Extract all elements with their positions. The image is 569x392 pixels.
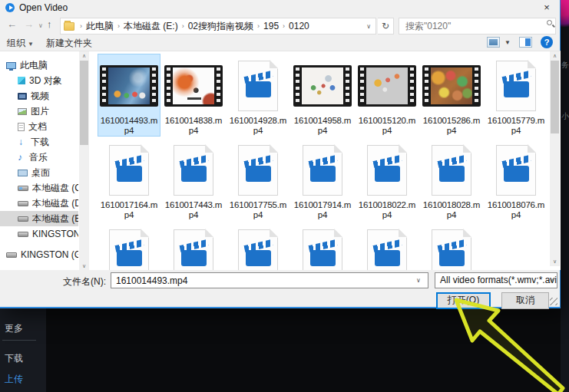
scroll-down-icon[interactable]: ∨ <box>79 262 89 270</box>
background-logo-fragment <box>561 0 569 29</box>
file-name: 1610014838.mp4 <box>163 116 224 136</box>
file-tile[interactable]: 1610017164.mp4 <box>98 139 160 220</box>
file-tile[interactable] <box>98 223 160 270</box>
sidebar-item-videos[interactable]: 视频 <box>0 88 78 104</box>
file-tile[interactable]: 1610014838.mp4 <box>163 54 224 136</box>
file-tile[interactable] <box>356 223 418 270</box>
file-tile[interactable] <box>421 223 482 270</box>
file-tile[interactable]: 1610017443.mp4 <box>163 139 224 220</box>
resize-grip[interactable] <box>550 298 557 305</box>
filename-dropdown-icon[interactable]: ∨ <box>416 277 421 284</box>
file-name: 1610017443.mp4 <box>163 200 224 220</box>
file-tile[interactable] <box>227 223 289 270</box>
help-icon[interactable]: ? <box>541 36 553 48</box>
file-row: 1610014493.mp4 1610014838.mp4 1610014928… <box>97 54 550 136</box>
video-file-icon <box>98 140 160 200</box>
view-options-chevron-icon[interactable]: ▼ <box>504 39 511 46</box>
preview-pane-icon[interactable] <box>519 37 532 48</box>
sidebar-item-local-disk-e[interactable]: 本地磁盘 (E:) <box>0 211 78 226</box>
organize-button[interactable]: 组织▼ <box>7 37 34 50</box>
cancel-button[interactable]: 取消 <box>501 292 549 309</box>
breadcrumb-drive-e[interactable]: 本地磁盘 (E:) <box>121 20 180 33</box>
address-dropdown-icon[interactable]: ∨ <box>366 23 375 30</box>
command-bar: 组织▼ 新建文件夹 ▼ ? <box>0 36 560 50</box>
file-tile[interactable]: 1610014958.mp4 <box>292 54 353 136</box>
file-tile[interactable]: 1610018028.mp4 <box>421 139 482 220</box>
back-icon[interactable]: ← <box>7 18 17 30</box>
drive-icon <box>18 186 28 191</box>
video-thumbnail <box>421 56 482 116</box>
sidebar-scrollbar[interactable]: ∧ ∨ <box>79 51 89 270</box>
filetype-select[interactable]: All video formats(*.wmv;*.avi∨ <box>435 272 557 288</box>
search-input[interactable]: 搜索"0120" <box>399 18 556 35</box>
video-file-icon <box>163 140 224 200</box>
sidebar-item-local-disk-c[interactable]: 本地磁盘 (C:) <box>0 180 78 196</box>
sidebar-item-downloads[interactable]: 下载 <box>0 134 78 150</box>
breadcrumb[interactable]: › 此电脑 › 本地磁盘 (E:) › 02搜狗指南视频 › 195 › 012… <box>60 18 376 35</box>
chevron-down-icon: ▼ <box>28 41 34 48</box>
clipped-text-fragment: 务 <box>561 60 569 71</box>
video-thumbnail <box>356 56 418 116</box>
file-tile[interactable]: 1610018022.mp4 <box>356 139 418 220</box>
sidebar-item-documents[interactable]: 文档 <box>0 119 78 134</box>
divider <box>2 340 36 341</box>
file-list-scrollbar[interactable]: ∧ ∨ <box>550 51 560 266</box>
file-tile[interactable]: 1610017755.mp4 <box>227 139 289 220</box>
sidebar-item-kingston-g-2[interactable]: KINGSTON (G:) <box>0 247 78 262</box>
sidebar-item-network[interactable]: 网络 <box>0 268 78 270</box>
file-tile[interactable] <box>292 223 353 270</box>
scrollbar-thumb[interactable] <box>551 61 559 133</box>
scrollbar-thumb[interactable] <box>80 61 88 145</box>
file-row: 1610017164.mp4 1610017443.mp4 1610017755… <box>97 139 550 220</box>
bg-menu-download[interactable]: 下载 <box>5 352 23 365</box>
picture-icon <box>18 108 27 115</box>
breadcrumb-separator: › <box>116 22 121 30</box>
scroll-up-icon[interactable]: ∧ <box>79 51 89 61</box>
video-thumbnail <box>292 56 353 116</box>
scroll-up-icon[interactable]: ∧ <box>550 51 560 61</box>
video-file-icon <box>421 225 482 270</box>
window-title: Open Video <box>19 2 68 13</box>
sidebar-item-this-pc[interactable]: 此电脑 <box>0 58 78 73</box>
breadcrumb-folder[interactable]: 02搜狗指南视频 <box>186 20 256 33</box>
title-bar[interactable]: Open Video × <box>0 0 560 15</box>
history-chevron-icon[interactable]: ∨ <box>38 22 43 29</box>
file-tile[interactable] <box>163 223 224 270</box>
new-folder-button[interactable]: 新建文件夹 <box>46 37 92 50</box>
video-file-icon <box>98 225 160 270</box>
file-tile-selected[interactable]: 1610014493.mp4 <box>98 54 160 136</box>
breadcrumb-separator: › <box>180 22 186 30</box>
filename-input[interactable] <box>111 272 428 288</box>
dialog-content: 此电脑 3D 对象 视频 图片 文档 下载 音乐 桌面 本地磁盘 (C:) 本地… <box>0 51 561 270</box>
sidebar-item-desktop[interactable]: 桌面 <box>0 165 78 180</box>
close-icon[interactable]: × <box>535 0 558 15</box>
breadcrumb-separator: › <box>256 22 261 30</box>
file-tile[interactable]: 1610015286.mp4 <box>421 54 482 136</box>
file-tile[interactable]: 1610015120.mp4 <box>356 54 418 136</box>
scroll-down-icon[interactable]: ∨ <box>550 257 560 266</box>
up-icon[interactable]: ↑ <box>47 18 52 30</box>
file-tile[interactable]: 1610017914.mp4 <box>292 139 353 220</box>
file-tile[interactable]: 1610015779.mp4 <box>485 54 547 136</box>
file-name: 1610014958.mp4 <box>292 116 353 136</box>
change-view-icon[interactable] <box>487 37 500 48</box>
open-video-dialog: Open Video × ← → ∨ ↑ › 此电脑 › 本地磁盘 (E:) ›… <box>0 0 561 308</box>
bg-menu-upload[interactable]: 上传 <box>5 373 23 386</box>
sidebar-item-kingston-g[interactable]: KINGSTON (G:) <box>0 226 78 242</box>
forward-icon[interactable]: → <box>24 18 34 30</box>
bg-menu-more[interactable]: 更多 <box>5 322 23 335</box>
file-tile[interactable]: 1610014928.mp4 <box>227 54 289 136</box>
breadcrumb-this-pc[interactable]: 此电脑 <box>84 20 116 33</box>
sidebar-item-local-disk-d[interactable]: 本地磁盘 (D:) <box>0 196 78 211</box>
sidebar-item-music[interactable]: 音乐 <box>0 150 78 165</box>
open-button[interactable]: 打开(O) <box>436 292 491 309</box>
breadcrumb-folder-0120[interactable]: 0120 <box>286 21 312 31</box>
breadcrumb-folder-195[interactable]: 195 <box>261 21 281 31</box>
sidebar-item-pictures[interactable]: 图片 <box>0 104 78 119</box>
file-row-clipped <box>97 223 550 270</box>
refresh-icon[interactable]: ↻ <box>378 18 394 35</box>
search-icon <box>546 19 555 28</box>
filename-label: 文件名(N): <box>0 275 106 288</box>
file-tile[interactable]: 1610018076.mp4 <box>485 139 547 220</box>
sidebar-item-3d-objects[interactable]: 3D 对象 <box>0 73 78 88</box>
